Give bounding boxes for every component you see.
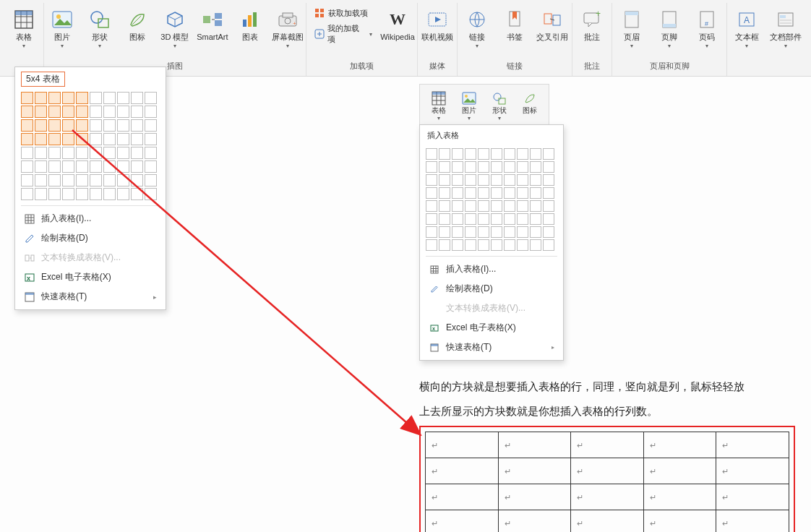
table-picker-cell[interactable] [478,239,489,251]
table-picker-cell[interactable] [465,213,476,225]
table-picker-cell[interactable] [145,160,157,173]
table-picker-cell[interactable] [35,174,47,186]
table-picker-cell[interactable] [35,188,47,200]
table-picker-cell[interactable] [48,119,61,132]
table-picker-cell[interactable] [117,174,129,186]
smartart-button[interactable]: SmartArt [196,4,229,55]
table-picker-cell[interactable] [62,133,74,145]
table-picker-cell[interactable] [103,92,116,104]
screenshot-button[interactable]: + 屏幕截图 ▾ [271,4,304,55]
textbox-button[interactable]: A 文本框 ▾ [730,4,763,55]
table-picker-cell[interactable] [62,147,74,159]
table-picker-cell[interactable] [517,226,528,238]
table-picker-cell[interactable] [439,187,450,199]
my-addins-button[interactable]: 我的加载项 ▾ [314,23,372,45]
table-picker-cell[interactable] [62,188,74,200]
table-picker-cell[interactable] [131,188,143,200]
menu-excel[interactable]: x Excel 电子表格(X) [21,267,160,287]
table-picker-cell[interactable] [530,200,541,212]
icons-button[interactable]: 图标 [121,4,154,55]
table-picker-cell[interactable] [76,133,88,145]
table-cell[interactable] [498,484,571,510]
table-picker-cell[interactable] [452,174,463,186]
menu-draw-table[interactable]: 绘制表格(D) [21,228,160,248]
table-picker-cell[interactable] [478,148,489,160]
table-picker-cell[interactable] [517,200,528,212]
table-picker-cell[interactable] [465,148,476,160]
table-picker-cell[interactable] [131,92,143,104]
table-picker-cell[interactable] [21,133,33,145]
table-picker-cell[interactable] [103,174,116,186]
table-picker-cell[interactable] [117,160,129,173]
mini-menu-insert-table[interactable]: 插入表格(I)... [426,259,557,279]
table-picker-cell[interactable] [90,160,102,173]
link-button[interactable]: 链接 ▾ [460,4,494,55]
table-picker-cell[interactable] [62,106,74,118]
mini-menu-excel[interactable]: x Excel 电子表格(X) [426,318,557,338]
quickparts-button[interactable]: 文档部件 ▾ [768,4,804,55]
table-picker-cell[interactable] [145,119,157,132]
mini-icons-button[interactable]: 图标 [517,89,543,116]
table-picker-cell[interactable] [478,226,489,238]
table-picker-cell[interactable] [530,213,541,225]
table-picker-cell[interactable] [90,147,102,159]
table-picker-cell[interactable] [21,147,33,159]
video-button[interactable]: 联机视频 [421,4,454,55]
table-picker-cell[interactable] [145,133,157,145]
table-picker-cell[interactable] [76,174,88,186]
table-picker-cell[interactable] [131,160,143,173]
table-picker-cell[interactable] [478,174,489,186]
table-picker-cell[interactable] [478,161,489,173]
table-picker-cell[interactable] [517,213,528,225]
table-picker-cell[interactable] [426,226,437,238]
picture-button[interactable]: 图片 ▾ [46,4,79,55]
table-picker-cell[interactable] [439,226,450,238]
table-picker-cell[interactable] [530,187,541,199]
table-picker-cell[interactable] [48,133,61,145]
table-picker-cell[interactable] [103,133,116,145]
table-picker-cell[interactable] [452,213,463,225]
table-picker-cell[interactable] [478,213,489,225]
table-picker-cell[interactable] [439,239,450,251]
table-cell[interactable] [716,458,789,484]
table-picker-cell[interactable] [504,174,515,186]
pagenum-button[interactable]: # 页码 ▾ [690,4,724,55]
table-picker-cell[interactable] [491,187,502,199]
get-addins-button[interactable]: 获取加载项 [314,7,372,19]
table-cell[interactable] [426,510,499,533]
bookmark-button[interactable]: 书签 [498,4,531,55]
table-picker-cell[interactable] [530,148,541,160]
table-picker-cell[interactable] [439,174,450,186]
shapes-button[interactable]: 形状 ▾ [83,4,116,55]
table-picker-cell[interactable] [131,106,143,118]
table-picker-cell[interactable] [439,200,450,212]
crossref-button[interactable]: 交叉引用 [536,4,569,55]
table-picker-cell[interactable] [76,119,88,132]
table-picker-cell[interactable] [517,174,528,186]
table-picker-cell[interactable] [62,92,74,104]
table-picker-cell[interactable] [491,200,502,212]
table-picker-cell[interactable] [426,161,437,173]
mini-table-picker-grid[interactable] [426,148,557,252]
table-picker-cell[interactable] [48,188,61,200]
table-picker-cell[interactable] [452,226,463,238]
table-picker-cell[interactable] [439,161,450,173]
table-picker-cell[interactable] [35,92,47,104]
table-picker-cell[interactable] [465,174,476,186]
mini-menu-draw-table[interactable]: 绘制表格(D) [426,279,557,299]
table-picker-cell[interactable] [35,147,47,159]
table-picker-cell[interactable] [478,187,489,199]
table-picker-cell[interactable] [543,226,554,238]
table-cell[interactable] [643,510,716,533]
table-cell[interactable] [643,458,716,484]
table-picker-cell[interactable] [21,92,33,104]
table-picker-cell[interactable] [76,160,88,173]
table-picker-cell[interactable] [48,106,61,118]
table-picker-cell[interactable] [504,200,515,212]
table-picker-cell[interactable] [452,148,463,160]
table-cell[interactable] [426,484,499,510]
table-picker-cell[interactable] [21,188,33,200]
table-picker-cell[interactable] [543,200,554,212]
table-picker-cell[interactable] [90,119,102,132]
mini-picture-button[interactable]: 图片 ▾ [456,89,482,123]
